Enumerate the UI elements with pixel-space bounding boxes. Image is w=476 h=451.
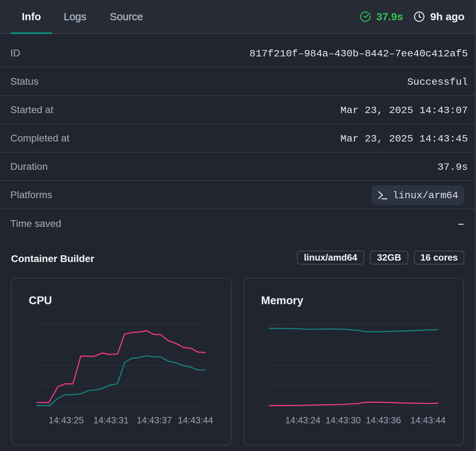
- svg-text:14:43:31: 14:43:31: [93, 415, 128, 425]
- svg-text:14:43:44: 14:43:44: [178, 415, 213, 425]
- svg-text:14:43:24: 14:43:24: [285, 415, 320, 425]
- svg-text:14:43:37: 14:43:37: [137, 415, 172, 425]
- svg-text:14:43:36: 14:43:36: [366, 415, 401, 425]
- svg-text:14:43:44: 14:43:44: [410, 415, 445, 425]
- svg-text:14:43:25: 14:43:25: [49, 415, 84, 425]
- svg-text:14:43:30: 14:43:30: [326, 415, 361, 425]
